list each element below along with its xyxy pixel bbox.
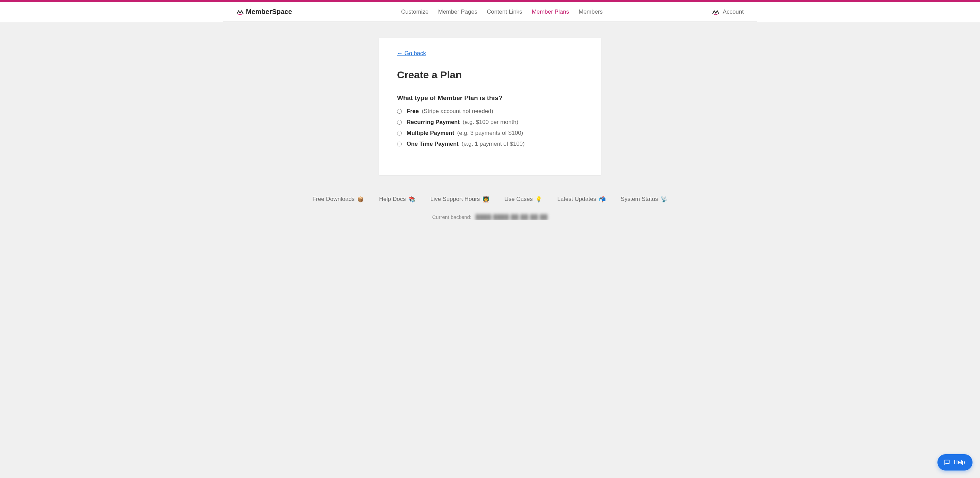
create-plan-card: ← Go back Create a Plan What type of Mem… [379,38,601,175]
support-icon: 🧑‍🏫 [482,196,489,203]
radio-free[interactable] [397,109,402,114]
option-note: (Stripe account not needed) [422,108,493,114]
page-title: Create a Plan [397,69,583,81]
radio-multiple[interactable] [397,131,402,135]
account-menu[interactable]: Account [712,8,744,15]
account-label: Account [723,8,744,15]
mailbox-icon: 📬 [599,196,606,203]
satellite-icon: 📡 [660,196,667,203]
plan-type-question: What type of Member Plan is this? [397,94,583,102]
footer-link-label: Live Support Hours [430,196,480,203]
option-title: One Time Payment [407,141,459,147]
option-note: (e.g. 3 payments of $100) [457,130,523,136]
nav-members[interactable]: Members [579,7,603,17]
backend-info: Current backend: ████ ████ ██ ██ ██ ██ [0,214,980,220]
main-header: MemberSpace Customize Member Pages Conte… [223,2,757,22]
backend-value: ████ ████ ██ ██ ██ ██ [476,214,548,220]
option-multiple[interactable]: Multiple Payment (e.g. 3 payments of $10… [397,130,583,137]
radio-recurring[interactable] [397,120,402,125]
main-content: ← Go back Create a Plan What type of Mem… [0,38,980,220]
footer-use-cases[interactable]: Use Cases 💡 [504,196,542,203]
footer-live-support[interactable]: Live Support Hours 🧑‍🏫 [430,196,490,203]
option-note: (e.g. $100 per month) [463,119,518,125]
nav-member-plans[interactable]: Member Plans [532,7,570,17]
nav-member-pages[interactable]: Member Pages [438,7,477,17]
option-title: Multiple Payment [407,130,454,136]
brand-logo[interactable]: MemberSpace [236,8,292,16]
books-icon: 📚 [409,196,415,203]
backend-label: Current backend: [432,214,471,220]
go-back-link[interactable]: ← Go back [397,50,426,57]
footer-help-docs[interactable]: Help Docs 📚 [379,196,415,203]
brand-text: MemberSpace [246,8,292,16]
nav-customize[interactable]: Customize [401,7,428,17]
footer-latest-updates[interactable]: Latest Updates 📬 [557,196,605,203]
footer-link-label: Use Cases [504,196,533,203]
footer-free-downloads[interactable]: Free Downloads 📦 [313,196,364,203]
option-title: Recurring Payment [407,119,460,125]
package-icon: 📦 [357,196,364,203]
bulb-icon: 💡 [535,196,542,203]
nav-content-links[interactable]: Content Links [487,7,522,17]
primary-nav: Customize Member Pages Content Links Mem… [401,7,603,17]
footer-link-label: Help Docs [379,196,406,203]
footer-links: Free Downloads 📦 Help Docs 📚 Live Suppor… [0,196,980,203]
footer-link-label: Latest Updates [557,196,596,203]
option-recurring[interactable]: Recurring Payment (e.g. $100 per month) [397,119,583,125]
option-title: Free [407,108,419,114]
option-note: (e.g. 1 payment of $100) [461,141,524,147]
option-onetime[interactable]: One Time Payment (e.g. 1 payment of $100… [397,141,583,148]
account-icon [712,9,719,15]
brand-mark-icon [236,9,244,15]
footer-link-label: Free Downloads [313,196,355,203]
radio-onetime[interactable] [397,141,402,146]
footer-system-status[interactable]: System Status 📡 [621,196,668,203]
footer-link-label: System Status [621,196,658,203]
option-free[interactable]: Free (Stripe account not needed) [397,108,583,115]
